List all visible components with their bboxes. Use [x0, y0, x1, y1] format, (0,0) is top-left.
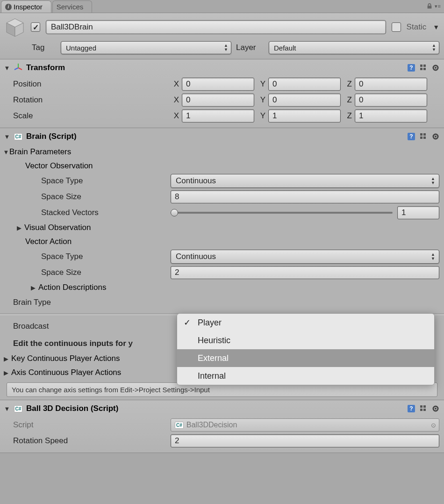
rotation-speed-input[interactable]	[171, 434, 439, 447]
scale-z-input[interactable]	[355, 109, 427, 122]
svg-point-21	[435, 136, 437, 137]
svg-rect-9	[420, 68, 423, 70]
obs-space-type-value: Continuous	[176, 176, 216, 186]
foldout-toggle[interactable]	[4, 133, 10, 140]
script-value: Ball3DDecision	[186, 421, 237, 429]
stacked-vectors-input[interactable]	[397, 206, 439, 219]
rotation-x-input[interactable]	[182, 94, 254, 107]
vector-action-label: Vector Action	[25, 237, 72, 246]
obs-space-size-label: Space Size	[41, 192, 81, 202]
layer-dropdown[interactable]: Default ▲▼	[269, 41, 439, 54]
tab-bar: i Inspector Services ▾≡	[0, 0, 444, 13]
scale-label: Scale	[13, 111, 33, 121]
brain-type-option-internal[interactable]: Internal	[177, 367, 434, 385]
x-label: X	[171, 79, 179, 89]
script-field[interactable]: C# Ball3DDecision ⊙	[171, 418, 439, 432]
position-y-input[interactable]	[268, 78, 341, 91]
slider-thumb[interactable]	[171, 209, 178, 216]
tab-options-icon[interactable]: ▾≡	[435, 5, 441, 7]
svg-line-5	[14, 68, 18, 70]
transform-title: Transform	[26, 63, 407, 72]
lock-icon[interactable]	[426, 3, 433, 9]
layer-value: Default	[274, 44, 296, 52]
help-icon[interactable]: ?	[407, 63, 416, 72]
stacked-vectors-slider[interactable]	[171, 212, 393, 214]
updown-icon: ▲▼	[224, 43, 228, 52]
foldout-toggle[interactable]	[3, 149, 9, 156]
static-checkbox[interactable]	[392, 22, 401, 32]
action-descriptions-label: Action Descriptions	[38, 283, 107, 292]
option-label: Player	[198, 318, 222, 328]
foldout-toggle[interactable]	[3, 369, 9, 376]
svg-rect-25	[420, 409, 423, 411]
act-space-type-label: Space Type	[41, 252, 83, 261]
reset-icon[interactable]	[419, 63, 428, 72]
foldout-toggle[interactable]	[30, 284, 36, 291]
brain-title: Brain (Script)	[26, 132, 407, 141]
gameobject-header: Static ▼ Tag Untagged ▲▼ Layer Default ▲…	[0, 13, 444, 59]
foldout-toggle[interactable]	[3, 355, 9, 362]
svg-rect-24	[420, 405, 423, 408]
x-label: X	[171, 111, 179, 121]
tab-services-label: Services	[57, 3, 84, 11]
stacked-vectors-label: Stacked Vectors	[41, 208, 99, 217]
object-picker-icon[interactable]: ⊙	[431, 422, 436, 429]
foldout-toggle[interactable]	[16, 224, 22, 231]
svg-rect-19	[423, 137, 426, 139]
svg-rect-8	[420, 65, 423, 67]
obs-space-size-input[interactable]	[171, 190, 439, 203]
static-label: Static	[407, 22, 427, 32]
y-label: Y	[257, 95, 265, 105]
option-label: Heuristic	[198, 336, 230, 346]
z-label: Z	[344, 79, 352, 89]
brain-type-popup: ✓ Player Heuristic External Internal	[177, 313, 435, 385]
rotation-y-input[interactable]	[268, 94, 341, 107]
scale-y-input[interactable]	[268, 109, 341, 122]
help-icon[interactable]: ?	[407, 404, 416, 413]
rotation-label: Rotation	[13, 95, 43, 105]
option-label: Internal	[198, 371, 226, 381]
position-label: Position	[13, 79, 41, 89]
svg-text:?: ?	[409, 405, 413, 412]
rotation-z-input[interactable]	[355, 94, 427, 107]
vector-observation-label: Vector Observation	[25, 161, 93, 171]
reset-icon[interactable]	[419, 132, 428, 141]
updown-icon: ▲▼	[431, 177, 435, 185]
gameobject-active-checkbox[interactable]	[31, 22, 40, 32]
brain-type-option-external[interactable]: External	[177, 349, 434, 367]
gear-icon[interactable]	[431, 404, 440, 413]
z-label: Z	[344, 111, 352, 121]
help-icon[interactable]: ?	[407, 132, 416, 141]
obs-space-type-dropdown[interactable]: Continuous ▲▼	[171, 174, 439, 188]
updown-icon: ▲▼	[431, 252, 435, 261]
tab-inspector[interactable]: i Inspector	[1, 0, 51, 13]
gameobject-name-input[interactable]	[46, 20, 386, 34]
gameobject-icon[interactable]	[5, 17, 25, 37]
scale-x-input[interactable]	[182, 109, 254, 122]
svg-text:?: ?	[409, 65, 413, 71]
position-z-input[interactable]	[355, 78, 427, 91]
foldout-toggle[interactable]	[4, 405, 10, 412]
axis-continuous-label: Axis Continuous Player Actions	[11, 368, 121, 377]
tab-inspector-label: Inspector	[14, 3, 43, 11]
gear-icon[interactable]	[431, 132, 440, 141]
svg-point-13	[435, 67, 437, 69]
y-label: Y	[257, 111, 265, 121]
key-continuous-label: Key Continuous Player Actions	[11, 354, 120, 363]
act-space-size-input[interactable]	[171, 266, 439, 279]
csharp-icon: C#	[13, 131, 23, 142]
tag-dropdown[interactable]: Untagged ▲▼	[61, 41, 231, 54]
foldout-toggle[interactable]	[4, 65, 10, 72]
svg-rect-27	[423, 409, 426, 411]
tab-services[interactable]: Services	[52, 0, 93, 13]
brain-type-option-heuristic[interactable]: Heuristic	[177, 331, 434, 349]
position-x-input[interactable]	[182, 78, 254, 91]
info-icon: i	[5, 4, 12, 10]
static-dropdown-icon[interactable]: ▼	[433, 23, 439, 31]
csharp-icon: C#	[13, 403, 23, 414]
act-space-type-value: Continuous	[176, 252, 216, 261]
act-space-type-dropdown[interactable]: Continuous ▲▼	[171, 250, 439, 264]
gear-icon[interactable]	[431, 63, 440, 72]
reset-icon[interactable]	[419, 404, 428, 413]
brain-type-option-player[interactable]: ✓ Player	[177, 314, 434, 331]
